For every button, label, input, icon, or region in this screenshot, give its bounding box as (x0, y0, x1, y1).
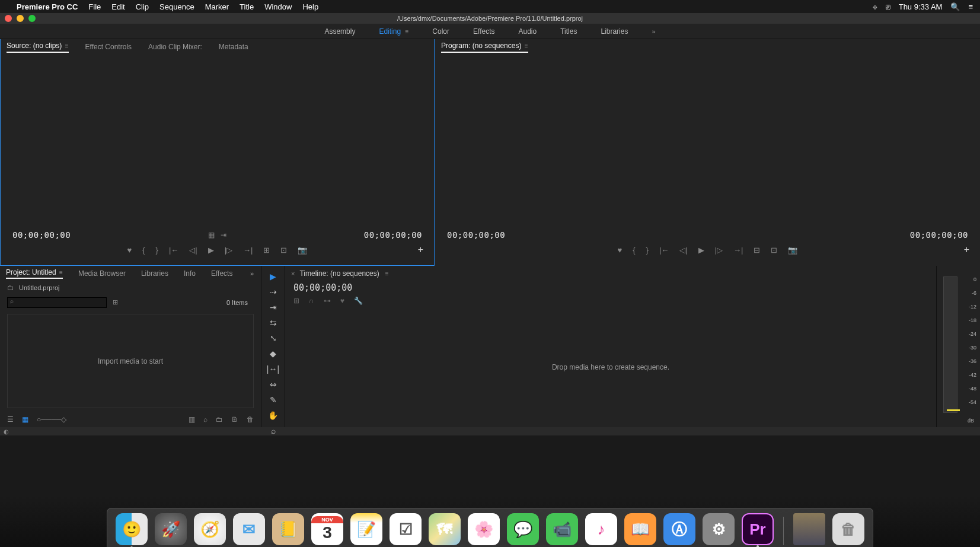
tab-program[interactable]: Program: (no sequences) ≡ (441, 42, 528, 53)
tab-libraries[interactable]: Libraries (141, 269, 168, 278)
mark-out-icon[interactable]: } (156, 246, 158, 255)
dock-contacts-icon[interactable]: 📒 (272, 513, 304, 545)
mark-in-icon[interactable]: { (633, 246, 635, 255)
button-editor-icon[interactable]: + (964, 244, 969, 255)
workspace-menu-icon[interactable]: ≡ (405, 28, 408, 35)
dock-preferences-icon[interactable]: ⚙ (703, 513, 735, 545)
workspace-effects[interactable]: Effects (473, 27, 494, 36)
dock-mail-icon[interactable]: ✉ (233, 513, 265, 545)
menu-marker[interactable]: Marker (205, 2, 229, 11)
dock-itunes-icon[interactable]: ♪ (585, 513, 617, 545)
menu-title[interactable]: Title (240, 2, 254, 11)
menu-clip[interactable]: Clip (136, 2, 149, 11)
slip-tool-icon[interactable]: |↔| (266, 364, 280, 374)
razor-tool-icon[interactable]: ◆ (266, 349, 280, 358)
half-icon[interactable]: ⇥ (221, 231, 226, 239)
delete-icon[interactable]: 🗑 (247, 415, 254, 424)
workspace-assembly[interactable]: Assembly (324, 27, 355, 36)
tab-audio-clip-mixer[interactable]: Audio Clip Mixer: (148, 43, 202, 51)
new-folder-icon[interactable]: 🗀 (216, 415, 223, 424)
play-icon[interactable]: ▶ (208, 246, 214, 255)
timeline-timecode[interactable]: 00;00;00;00 (285, 281, 936, 294)
dock-desktop-icon[interactable] (793, 513, 825, 545)
selection-tool-icon[interactable]: ▶ (266, 272, 280, 281)
workspace-titles[interactable]: Titles (560, 27, 577, 36)
tab-effects[interactable]: Effects (211, 269, 232, 278)
workspace-audio[interactable]: Audio (518, 27, 537, 36)
tab-project[interactable]: Project: Untitled ≡ (6, 268, 63, 279)
find-icon[interactable]: ⌕ (203, 415, 208, 424)
marker-icon[interactable]: ♥ (340, 297, 344, 305)
sync-icon[interactable]: ◐ (4, 428, 9, 435)
workspace-editing[interactable]: Editing (379, 27, 401, 36)
dock-notes-icon[interactable]: 📝 (350, 513, 382, 545)
window-minimize-button[interactable] (17, 15, 24, 22)
timeline-drop-area[interactable]: Drop media here to create sequence. (285, 307, 936, 427)
rolling-edit-tool-icon[interactable]: ⇆ (266, 318, 280, 327)
step-forward-icon[interactable]: |▷ (715, 246, 723, 255)
track-select-tool-icon[interactable]: ⇢ (266, 287, 280, 297)
mark-in-icon[interactable]: { (142, 246, 145, 255)
dock-trash-icon[interactable]: 🗑 (832, 513, 864, 545)
tab-source[interactable]: Source: (no clips) ≡ (7, 42, 69, 53)
lift-icon[interactable]: ⊟ (754, 246, 760, 255)
source-tc-in[interactable]: 00;00;00;00 (12, 230, 71, 240)
dock-photos-icon[interactable]: 🌸 (468, 513, 500, 545)
menu-sequence[interactable]: Sequence (159, 2, 194, 11)
timeline-close-icon[interactable]: × (291, 270, 295, 277)
settings-icon[interactable]: 🔧 (354, 297, 363, 305)
mark-out-icon[interactable]: } (646, 246, 649, 255)
menu-window[interactable]: Window (264, 2, 292, 11)
go-to-out-icon[interactable]: →| (243, 246, 253, 255)
tab-menu-icon[interactable]: ≡ (65, 43, 69, 49)
go-to-in-icon[interactable]: |← (659, 246, 669, 255)
source-monitor-view[interactable] (1, 55, 434, 230)
step-back-icon[interactable]: ◁| (679, 246, 687, 255)
dock-facetime-icon[interactable]: 📹 (546, 513, 578, 545)
extract-icon[interactable]: ⊡ (771, 246, 777, 255)
menu-edit[interactable]: Edit (111, 2, 125, 11)
airplay-icon[interactable]: ⎚ (886, 2, 890, 11)
tab-menu-icon[interactable]: ≡ (525, 43, 528, 49)
fit-icon[interactable]: ▦ (208, 231, 215, 239)
menubar-clock[interactable]: Thu 9:33 AM (899, 2, 943, 11)
dock-maps-icon[interactable]: 🗺 (429, 513, 461, 545)
play-icon[interactable]: ▶ (698, 246, 704, 255)
tab-menu-icon[interactable]: ≡ (385, 271, 389, 277)
add-marker-icon[interactable]: ♥ (127, 246, 132, 255)
go-to-in-icon[interactable]: |← (169, 246, 178, 255)
workspace-overflow-icon[interactable]: » (652, 28, 655, 35)
dock-safari-icon[interactable]: 🧭 (194, 513, 226, 545)
dock-reminders-icon[interactable]: ☑ (390, 513, 422, 545)
overwrite-icon[interactable]: ⊡ (280, 246, 287, 255)
notification-icon[interactable]: ⟐ (873, 2, 877, 11)
tab-info[interactable]: Info (184, 269, 196, 278)
project-search-input[interactable] (7, 297, 107, 308)
dock-messages-icon[interactable]: 💬 (507, 513, 539, 545)
program-monitor-view[interactable] (435, 55, 980, 230)
dock-calendar-icon[interactable]: NOV 3 (311, 513, 343, 545)
button-editor-icon[interactable]: + (418, 244, 423, 255)
linked-selection-icon[interactable]: ⊶ (324, 297, 331, 305)
icon-view-icon[interactable]: ▦ (22, 415, 28, 424)
workspace-color[interactable]: Color (432, 27, 449, 36)
add-marker-icon[interactable]: ♥ (618, 246, 623, 255)
dock-finder-icon[interactable]: 🙂 (116, 513, 148, 545)
export-frame-icon[interactable]: 📷 (298, 246, 307, 255)
dock-ibooks-icon[interactable]: 📖 (624, 513, 656, 545)
export-frame-icon[interactable]: 📷 (788, 246, 797, 255)
tab-metadata[interactable]: Metadata (219, 43, 248, 51)
zoom-slider[interactable]: ○────◇ (37, 415, 66, 424)
zoom-tool-icon[interactable]: ⌕ (266, 426, 280, 435)
list-view-icon[interactable]: ☰ (7, 415, 14, 424)
dock-premiere-icon[interactable]: Pr (742, 513, 774, 545)
workspace-libraries[interactable]: Libraries (601, 27, 628, 36)
tab-effect-controls[interactable]: Effect Controls (85, 43, 132, 51)
step-forward-icon[interactable]: |▷ (225, 246, 232, 255)
insert-icon[interactable]: ⊞ (263, 246, 270, 255)
tab-menu-icon[interactable]: ≡ (59, 269, 63, 276)
dock-appstore-icon[interactable]: Ⓐ (663, 513, 695, 545)
pen-tool-icon[interactable]: ✎ (266, 395, 280, 405)
tab-media-browser[interactable]: Media Browser (78, 269, 126, 278)
program-tc-out[interactable]: 00;00;00;00 (910, 230, 968, 240)
